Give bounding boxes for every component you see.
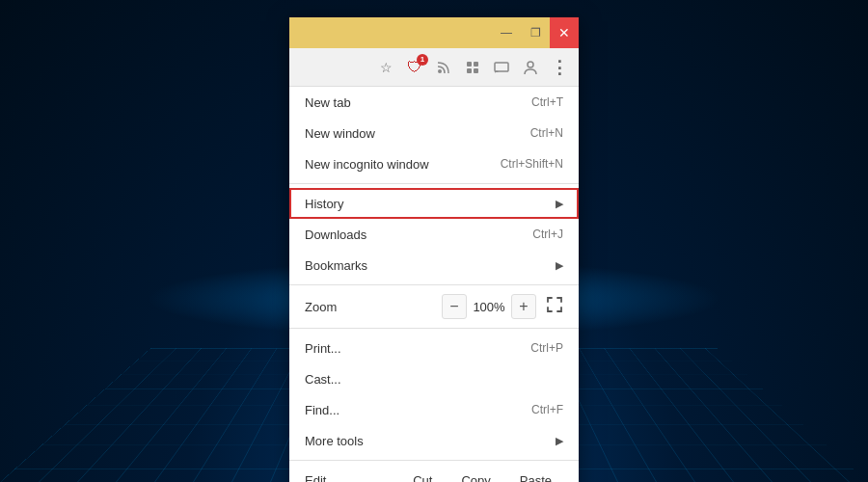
menu-item-incognito-shortcut: Ctrl+Shift+N — [501, 157, 563, 171]
copy-button[interactable]: Copy — [449, 469, 502, 482]
svg-rect-4 — [474, 68, 478, 73]
menu-item-more-tools-label: More tools — [305, 434, 364, 448]
browser-toolbar: ☆ 🛡 1 — [289, 48, 579, 87]
menu-item-downloads[interactable]: Downloads Ctrl+J — [289, 219, 579, 250]
bookmarks-arrow-icon: ▶ — [556, 259, 563, 272]
zoom-label: Zoom — [305, 300, 442, 314]
svg-point-0 — [438, 69, 442, 73]
divider-1 — [289, 183, 579, 184]
paste-button[interactable]: Paste — [508, 469, 563, 482]
title-bar: — ❐ ✕ — [289, 17, 579, 48]
menu-item-bookmarks-label: Bookmarks — [305, 258, 367, 273]
svg-rect-3 — [467, 68, 472, 73]
divider-2 — [289, 284, 579, 285]
context-menu: New tab Ctrl+T New window Ctrl+N New inc… — [289, 87, 579, 482]
menu-item-incognito[interactable]: New incognito window Ctrl+Shift+N — [289, 148, 579, 179]
menu-item-print[interactable]: Print... Ctrl+P — [289, 333, 579, 363]
close-button[interactable]: ✕ — [550, 17, 579, 48]
svg-rect-2 — [474, 62, 478, 67]
history-arrow-icon: ▶ — [556, 198, 563, 210]
menu-item-new-window[interactable]: New window Ctrl+N — [289, 118, 579, 148]
menu-item-history[interactable]: History ▶ — [289, 188, 579, 219]
menu-item-new-tab[interactable]: New tab Ctrl+T — [289, 87, 579, 118]
star-icon[interactable]: ☆ — [374, 56, 397, 79]
menu-item-downloads-label: Downloads — [305, 228, 366, 242]
fullscreen-icon[interactable] — [546, 296, 563, 317]
svg-point-6 — [528, 62, 533, 67]
svg-rect-5 — [495, 63, 508, 71]
zoom-controls: − 100% + — [442, 294, 563, 319]
menu-item-cast-label: Cast... — [305, 372, 341, 387]
menu-item-bookmarks[interactable]: Bookmarks ▶ — [289, 250, 579, 281]
edit-label: Edit — [305, 473, 395, 482]
divider-3 — [289, 328, 579, 329]
menu-item-cast[interactable]: Cast... — [289, 363, 579, 394]
menu-item-incognito-label: New incognito window — [305, 157, 429, 172]
chrome-window: — ❐ ✕ ☆ 🛡 1 — [289, 17, 579, 482]
menu-item-print-label: Print... — [305, 341, 341, 356]
shield-badge: 1 — [417, 54, 428, 66]
menu-item-new-tab-shortcut: Ctrl+T — [531, 95, 563, 109]
zoom-plus-button[interactable]: + — [511, 294, 536, 319]
restore-button[interactable]: ❐ — [521, 17, 550, 48]
menu-item-new-window-label: New window — [305, 126, 375, 141]
menu-item-new-tab-label: New tab — [305, 95, 351, 110]
rss-icon[interactable] — [432, 56, 455, 79]
extensions-icon[interactable] — [461, 56, 484, 79]
zoom-value: 100% — [473, 300, 505, 314]
divider-4 — [289, 460, 579, 461]
menu-item-find[interactable]: Find... Ctrl+F — [289, 394, 579, 425]
zoom-row: Zoom − 100% + — [289, 289, 579, 324]
profile-icon[interactable] — [519, 56, 542, 79]
svg-rect-1 — [467, 62, 472, 67]
shield-icon[interactable]: 🛡 1 — [403, 56, 426, 79]
menu-item-more-tools[interactable]: More tools ▶ — [289, 425, 579, 456]
zoom-minus-button[interactable]: − — [442, 294, 467, 319]
minimize-button[interactable]: — — [492, 17, 521, 48]
menu-item-print-shortcut: Ctrl+P — [530, 341, 563, 355]
menu-item-find-shortcut: Ctrl+F — [531, 403, 563, 416]
edit-row: Edit Cut Copy Paste — [289, 465, 579, 482]
title-bar-controls: — ❐ ✕ — [492, 17, 579, 48]
menu-item-new-window-shortcut: Ctrl+N — [530, 126, 563, 140]
more-tools-arrow-icon: ▶ — [556, 435, 563, 447]
menu-item-history-label: History — [305, 197, 343, 211]
menu-item-find-label: Find... — [305, 403, 339, 417]
menu-dots-icon[interactable]: ⋮ — [548, 56, 571, 79]
cut-button[interactable]: Cut — [401, 469, 444, 482]
menu-item-downloads-shortcut: Ctrl+J — [532, 228, 563, 241]
cast-icon[interactable] — [490, 56, 513, 79]
